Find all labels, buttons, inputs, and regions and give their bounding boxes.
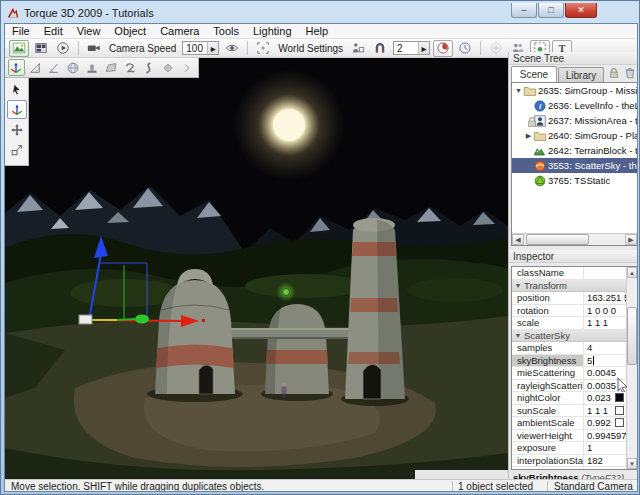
menu-item-view[interactable]: View (70, 24, 108, 39)
tree-item-3765[interactable]: 3765: TSStatic (512, 173, 637, 188)
group-expander-icon[interactable]: ▼ (512, 332, 524, 339)
globe-icon (66, 61, 80, 75)
move-tool[interactable] (7, 100, 27, 119)
field-label: className (512, 267, 584, 279)
camera-speed-input[interactable]: 100▸ (182, 41, 219, 55)
scroll-up-icon[interactable]: ▲ (627, 267, 637, 278)
gizmo-y-axis[interactable] (117, 319, 135, 320)
field-value-text: 0.0045 (587, 367, 616, 378)
river-editor-tool[interactable] (140, 59, 157, 76)
tree-hscroll-track[interactable] (524, 234, 625, 245)
field-value[interactable]: 5 (584, 355, 626, 366)
menu-item-camera[interactable]: Camera (153, 24, 206, 39)
mesh-road-tool[interactable] (159, 59, 176, 76)
field-value[interactable]: 163.251 533 (584, 292, 626, 303)
field-value[interactable]: 0.023 (584, 392, 626, 403)
color-swatch[interactable] (615, 418, 624, 427)
status-selection: 1 object selected (453, 481, 547, 492)
play-game-button[interactable] (53, 40, 73, 57)
field-value[interactable]: 1 (584, 442, 626, 453)
inspector-group-scattersky[interactable]: ▼ScatterSky (512, 330, 626, 343)
menu-item-file[interactable]: File (5, 24, 37, 39)
inspector-vscrollbar[interactable]: ▲ ▼ (626, 267, 637, 469)
world-editor-button[interactable] (9, 40, 29, 57)
inspector-group-transform[interactable]: ▼Transform (512, 280, 626, 293)
scroll-down-icon[interactable]: ▼ (627, 458, 637, 469)
scale-icon (10, 143, 24, 157)
lock-icon[interactable] (607, 66, 621, 80)
field-value[interactable]: 0.992 (584, 417, 626, 428)
menu-item-help[interactable]: Help (299, 24, 336, 39)
color-swatch[interactable] (615, 393, 624, 402)
sky-icon (533, 159, 547, 173)
tree-hscroll-thumb[interactable] (526, 234, 589, 245)
field-value[interactable]: 102 (584, 467, 626, 469)
field-value[interactable]: 1 1 1 (584, 405, 626, 416)
field-value[interactable]: 1 1 1 (584, 317, 626, 328)
inspector-vscroll-thumb[interactable] (627, 307, 637, 365)
menu-item-object[interactable]: Object (107, 24, 153, 39)
tree-item-2640[interactable]: ▶2640: SimGroup - PlayerDropP (512, 128, 637, 143)
camera-speed-label: Camera Speed (109, 43, 176, 54)
terrain-editor-tool[interactable] (27, 59, 44, 76)
toolbar-separator (480, 41, 481, 55)
field-value[interactable]: 182 (584, 455, 626, 466)
material-editor-tool[interactable] (65, 59, 82, 76)
eye-icon (225, 41, 239, 55)
menu-item-edit[interactable]: Edit (37, 24, 70, 39)
toolbar-overflow-chevron[interactable] (178, 59, 195, 76)
trash-icon[interactable] (623, 66, 637, 80)
menu-item-lighting[interactable]: Lighting (246, 24, 299, 39)
field-value[interactable]: 0.994597 (584, 430, 626, 441)
scroll-left-icon[interactable]: ◀ (512, 234, 524, 245)
close-icon[interactable]: ✕ (565, 3, 597, 18)
tree-item-2636[interactable]: i2636: LevelInfo - theLevelInfo (512, 98, 637, 113)
visibility-button[interactable] (222, 40, 242, 57)
tree-item-label: 2642: TerrainBlock - theTerrain (548, 145, 637, 156)
add-object-button[interactable] (486, 40, 506, 57)
scale-tool[interactable] (7, 140, 27, 159)
minimize-icon[interactable]: – (511, 3, 537, 18)
time-of-day-button[interactable] (433, 40, 453, 57)
group-expander-icon[interactable]: ▼ (512, 282, 524, 289)
field-label: interpolationEnd (512, 467, 584, 469)
tree-hscrollbar[interactable]: ◀ ▶ (512, 233, 637, 245)
terrain-sheet-tool[interactable] (103, 59, 120, 76)
color-swatch[interactable] (615, 406, 624, 415)
snap-to-grid-button[interactable] (370, 40, 390, 57)
scroll-right-icon[interactable]: ▶ (625, 234, 637, 245)
tree-expander-icon[interactable]: ▶ (524, 132, 533, 140)
time-button[interactable] (455, 40, 475, 57)
stamp-tool[interactable] (84, 59, 101, 76)
tree-item-3553[interactable]: 3553: ScatterSky - theSky (512, 158, 637, 173)
field-label: sunScale (512, 405, 584, 417)
snap-size-input-spinner[interactable]: ▸ (418, 42, 429, 54)
camera-speed-input-value[interactable]: 100 (183, 43, 207, 54)
camera-to-selection-button[interactable] (253, 40, 273, 57)
snap-size-input-value[interactable]: 2 (394, 43, 418, 54)
tree-expander-icon[interactable]: ▼ (514, 87, 523, 94)
snap-size-input[interactable]: 2▸ (393, 41, 430, 55)
viewport[interactable] (5, 58, 508, 479)
camera-speed-input-spinner[interactable]: ▸ (207, 42, 218, 54)
tab-library[interactable]: Library (558, 67, 604, 82)
select-tool[interactable] (7, 80, 27, 99)
gui-editor-button[interactable] (31, 40, 51, 57)
inspector-row-nightColor: nightColor0.023 (512, 392, 626, 405)
maximize-icon[interactable]: □ (538, 3, 564, 18)
field-value[interactable]: 4▴▾ (584, 342, 626, 354)
menu-item-tools[interactable]: Tools (206, 24, 246, 39)
tree-item-2635[interactable]: ▼2635: SimGroup - MissionGroup (512, 83, 637, 98)
road-editor-tool[interactable] (121, 59, 138, 76)
terrain-paint-tool[interactable] (46, 59, 63, 76)
rotate-tool[interactable] (7, 120, 27, 139)
gizmo-origin-handle[interactable] (79, 315, 92, 324)
object-editor-tool[interactable] (8, 59, 25, 76)
tree-item-2637[interactable]: 2637: MissionArea - theMis (512, 113, 637, 128)
drop-player-button[interactable] (348, 40, 368, 57)
tree-item-2642[interactable]: 2642: TerrainBlock - theTerrain (512, 143, 637, 158)
field-value[interactable]: 0.0045 (584, 367, 626, 378)
tab-scene[interactable]: Scene (511, 66, 557, 82)
field-value[interactable]: 1 0 0 0 (584, 305, 626, 316)
title-bar[interactable]: Torque 3D 2009 - Tutorials – □ ✕ (6, 3, 635, 22)
